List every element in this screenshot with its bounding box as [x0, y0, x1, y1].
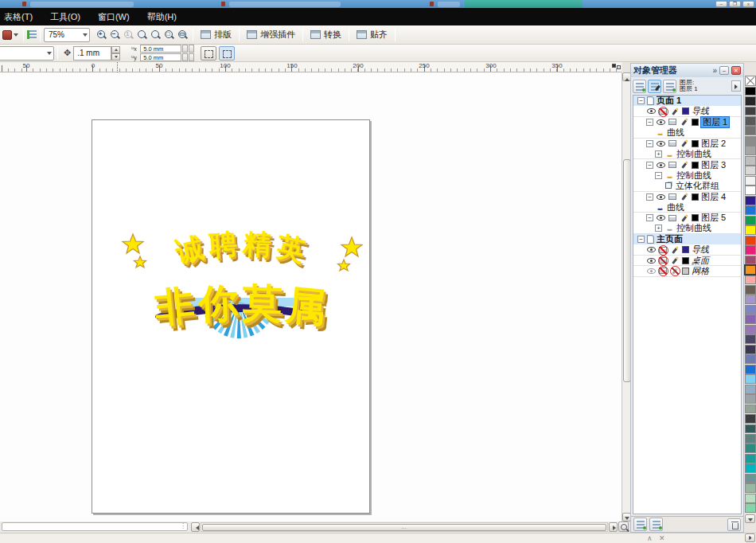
- eyegray-icon[interactable]: [646, 266, 656, 275]
- options-list-icon[interactable]: [27, 30, 37, 39]
- color-swatch[interactable]: [745, 325, 756, 334]
- document-tab[interactable]: [30, 2, 134, 7]
- expand-icon[interactable]: +: [655, 150, 662, 158]
- color-swatch[interactable]: [745, 404, 756, 414]
- color-swatch[interactable]: [745, 314, 756, 324]
- duplicate-y-spinner[interactable]: [182, 53, 188, 61]
- maximize-button[interactable]: ❐: [729, 1, 741, 7]
- eye-icon[interactable]: [656, 117, 665, 127]
- pencil-icon[interactable]: [680, 117, 689, 127]
- palette-expand-button[interactable]: ⏵: [745, 533, 755, 542]
- no-color-swatch[interactable]: [745, 76, 756, 86]
- zoom-out-icon[interactable]: −: [110, 29, 120, 40]
- layer-tree-row[interactable]: −图层 1: [633, 117, 741, 127]
- color-swatch[interactable]: [745, 116, 756, 126]
- docker-minimize-button[interactable]: –: [719, 66, 729, 75]
- menu-item[interactable]: 表格(T): [0, 8, 41, 25]
- toolbar-button-2[interactable]: 增强插件: [243, 27, 299, 42]
- zoom-in-icon[interactable]: +: [96, 29, 107, 40]
- layer-color-swatch[interactable]: [692, 140, 699, 147]
- layer-color-swatch[interactable]: [682, 107, 689, 115]
- layer-color-swatch[interactable]: [692, 162, 699, 169]
- zoom-page-icon[interactable]: □: [164, 29, 174, 40]
- color-swatch[interactable]: [745, 107, 756, 116]
- color-swatch[interactable]: [745, 394, 756, 404]
- color-swatch[interactable]: [745, 156, 756, 166]
- collapse-icon[interactable]: −: [637, 97, 645, 104]
- pencil-icon[interactable]: [680, 160, 689, 170]
- layer-tree-row[interactable]: −控制曲线: [633, 170, 741, 181]
- color-swatch[interactable]: [745, 176, 756, 186]
- eye-icon[interactable]: [646, 256, 656, 265]
- eye-icon[interactable]: [646, 245, 656, 255]
- collapse-icon[interactable]: −: [646, 119, 653, 126]
- print-icon[interactable]: [668, 213, 677, 223]
- color-swatch[interactable]: [745, 205, 756, 215]
- curvenavy-icon[interactable]: [655, 202, 664, 212]
- pencil-icon[interactable]: [670, 256, 680, 265]
- eye-icon[interactable]: [646, 107, 656, 116]
- toolbar-button-3[interactable]: 转换: [306, 27, 345, 42]
- color-swatch[interactable]: [745, 463, 756, 473]
- layer-tree-row[interactable]: −主页面: [633, 234, 741, 244]
- color-swatch[interactable]: [745, 126, 756, 135]
- pan-zoom-button[interactable]: [618, 522, 629, 532]
- zoom-level-combo[interactable]: 75%: [44, 28, 90, 42]
- color-swatch[interactable]: [745, 494, 756, 503]
- color-swatch[interactable]: [745, 414, 756, 424]
- color-swatch[interactable]: [745, 385, 756, 394]
- edit-across-layers-button[interactable]: [648, 80, 661, 93]
- eye-icon[interactable]: [656, 139, 665, 148]
- layer-tree-row[interactable]: 曲线: [633, 127, 741, 138]
- layer-color-swatch[interactable]: [692, 119, 699, 126]
- color-swatch[interactable]: [745, 434, 756, 443]
- duplicate-y-spinner2[interactable]: [189, 53, 194, 61]
- menu-item[interactable]: 工具(O): [41, 8, 89, 25]
- print-icon[interactable]: [668, 160, 677, 170]
- layer-color-swatch[interactable]: [682, 257, 689, 264]
- color-swatch[interactable]: [745, 87, 756, 96]
- color-swatch[interactable]: [745, 334, 756, 344]
- menu-item[interactable]: 帮助(H): [138, 8, 185, 25]
- layer-tree-row[interactable]: 导线: [633, 106, 741, 116]
- artwork-3d-text[interactable]: 诚聘精英 诚聘精英 诚聘精英 非你莫属 非你莫属 非你莫属: [119, 225, 367, 342]
- color-swatch[interactable]: [745, 285, 756, 295]
- color-swatch[interactable]: [745, 245, 756, 255]
- collapse-icon[interactable]: −: [646, 193, 653, 201]
- color-swatch[interactable]: [745, 374, 756, 384]
- color-swatch[interactable]: [745, 474, 756, 483]
- curvegold-icon[interactable]: [664, 149, 674, 158]
- layer-color-swatch[interactable]: [682, 268, 689, 275]
- eye-icon[interactable]: [656, 213, 665, 223]
- new-master-layer-button[interactable]: [649, 518, 663, 531]
- duplicate-x-spinner[interactable]: [182, 45, 188, 53]
- layer-tree-row[interactable]: 导线: [633, 244, 741, 255]
- v-scroll-thumb[interactable]: [623, 159, 631, 382]
- layer-tree-row[interactable]: +控制曲线: [633, 149, 741, 159]
- color-swatch[interactable]: [745, 146, 756, 155]
- layer-tree-row[interactable]: 网格: [633, 266, 741, 276]
- color-swatch[interactable]: [745, 424, 756, 434]
- layer-tree-row[interactable]: −图层 4: [633, 192, 741, 202]
- toolbar-button-4[interactable]: 贴齐: [353, 27, 392, 42]
- collapse-icon[interactable]: −: [655, 172, 662, 179]
- color-swatch[interactable]: [745, 265, 756, 275]
- horizontal-scrollbar[interactable]: ⋯: [201, 522, 608, 532]
- marquee-select-button[interactable]: [219, 46, 235, 61]
- pencil-icon[interactable]: [680, 213, 689, 223]
- document-tab[interactable]: [438, 2, 460, 7]
- color-swatch[interactable]: [745, 236, 756, 245]
- noprint-icon[interactable]: [658, 256, 668, 265]
- document-navigator[interactable]: [2, 522, 188, 531]
- dropdown-caret-icon[interactable]: [14, 33, 18, 39]
- curvegray-icon[interactable]: [664, 224, 674, 233]
- pencil-icon[interactable]: [670, 107, 680, 116]
- color-swatch[interactable]: [745, 216, 756, 225]
- drawing-canvas[interactable]: 诚聘精英 诚聘精英 诚聘精英 非你莫属 非你莫属 非你莫属: [0, 72, 622, 522]
- color-swatch[interactable]: [745, 354, 756, 364]
- close-button[interactable]: x: [742, 1, 754, 7]
- nudge-spinner[interactable]: [111, 46, 120, 61]
- collapse-icon[interactable]: −: [646, 162, 653, 169]
- zoom-all-icon[interactable]: [150, 29, 161, 40]
- layer-tree-row[interactable]: −图层 2: [633, 139, 741, 149]
